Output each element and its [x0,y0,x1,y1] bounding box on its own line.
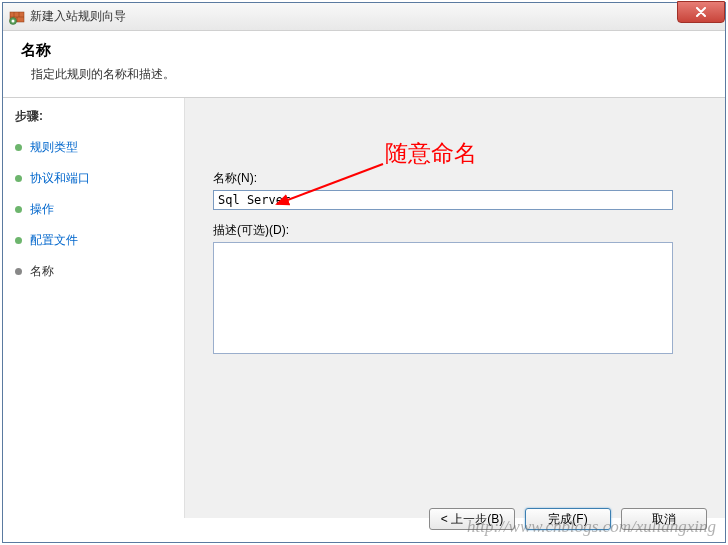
titlebar: 新建入站规则向导 [3,3,725,31]
bullet-icon [15,206,22,213]
button-bar: < 上一步(B) 完成(F) 取消 [429,508,707,530]
step-action[interactable]: 操作 [15,197,184,222]
step-label: 操作 [30,201,54,218]
step-label: 协议和端口 [30,170,90,187]
finish-button[interactable]: 完成(F) [525,508,611,530]
window-title: 新建入站规则向导 [30,8,126,25]
bullet-icon [15,144,22,151]
step-label: 规则类型 [30,139,78,156]
step-rule-type[interactable]: 规则类型 [15,135,184,160]
back-button[interactable]: < 上一步(B) [429,508,515,530]
page-title: 名称 [21,41,707,60]
bullet-icon [15,268,22,275]
step-profile[interactable]: 配置文件 [15,228,184,253]
description-label: 描述(可选)(D): [213,222,697,239]
close-button[interactable] [677,1,725,23]
bullet-icon [15,175,22,182]
name-input[interactable] [213,190,673,210]
step-label: 配置文件 [30,232,78,249]
svg-point-6 [12,19,15,22]
page-subtitle: 指定此规则的名称和描述。 [31,66,707,83]
bullet-icon [15,237,22,244]
wizard-body: 步骤: 规则类型 协议和端口 操作 配置文件 名称 随意 [3,98,725,518]
annotation-text: 随意命名 [385,138,477,169]
steps-title: 步骤: [15,108,184,125]
wizard-header: 名称 指定此规则的名称和描述。 [3,31,725,98]
step-protocol-port[interactable]: 协议和端口 [15,166,184,191]
wizard-window: 新建入站规则向导 名称 指定此规则的名称和描述。 步骤: 规则类型 协议和端口 … [2,2,726,543]
main-panel: 随意命名 名称(N): 描述(可选)(D): [185,98,725,518]
step-label: 名称 [30,263,54,280]
step-name[interactable]: 名称 [15,259,184,284]
description-textarea[interactable] [213,242,673,354]
name-label: 名称(N): [213,170,697,187]
steps-sidebar: 步骤: 规则类型 协议和端口 操作 配置文件 名称 [3,98,185,518]
firewall-icon [9,9,25,25]
cancel-button[interactable]: 取消 [621,508,707,530]
